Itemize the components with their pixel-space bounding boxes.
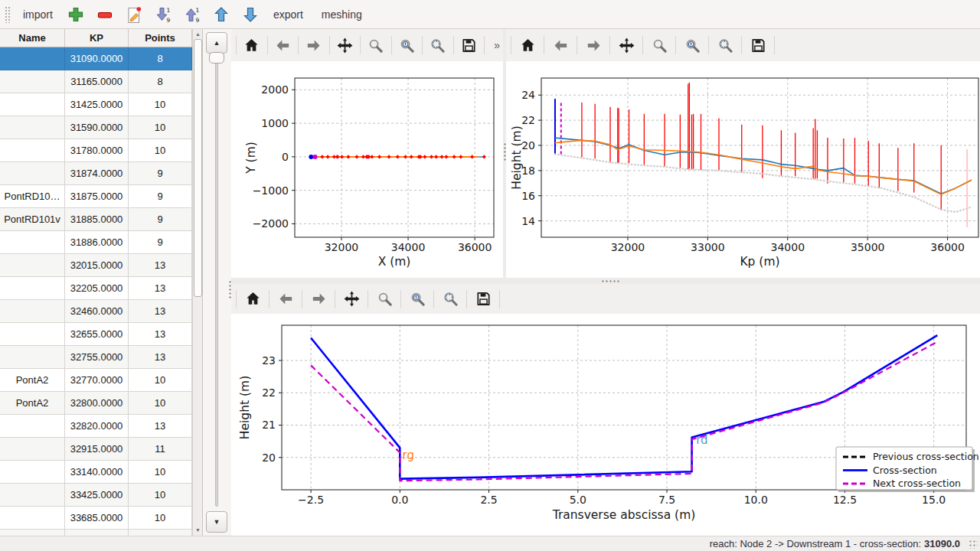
move-up-button[interactable]	[209, 3, 234, 26]
table-row[interactable]: 31874.00009	[0, 162, 192, 185]
cross-zoom-extents-button[interactable]	[439, 288, 462, 311]
import-button[interactable]: import	[15, 4, 60, 25]
profile-home-button[interactable]	[516, 34, 539, 57]
plan-view-figure[interactable]: 320003400036000200010000−1000−2000X (m)Y…	[231, 61, 503, 278]
table-row[interactable]: 32015.000013	[0, 254, 192, 277]
resize-grip-icon[interactable]	[969, 540, 978, 549]
legend: Previous cross-sectionCross-sectionNext …	[836, 447, 979, 492]
toolbar-separator	[741, 36, 742, 54]
cross-zoom-button[interactable]	[373, 288, 396, 311]
remove-button[interactable]	[93, 3, 117, 26]
plan-home-button[interactable]	[241, 34, 263, 57]
svg-text:Next cross-section: Next cross-section	[873, 478, 961, 489]
table-row[interactable]: 31090.00008	[0, 47, 192, 70]
plan-forward-button[interactable]	[303, 34, 325, 57]
cross-pan-button[interactable]	[340, 288, 363, 311]
column-header-points[interactable]: Points	[129, 29, 192, 47]
slider-up-button[interactable]: ▲	[206, 32, 227, 54]
cross-forward-button[interactable]	[307, 288, 330, 311]
table-row[interactable]: 32820.000013	[0, 415, 192, 438]
table-cell: PontA2	[0, 392, 65, 415]
table-row[interactable]: 31425.000010	[0, 93, 192, 116]
edit-icon	[125, 5, 143, 24]
toolbar-separator	[400, 290, 401, 308]
cross-save-button[interactable]	[472, 288, 495, 311]
plan-zoom-button[interactable]	[365, 34, 387, 57]
cross-home-button[interactable]	[241, 288, 264, 311]
profile-pan-button[interactable]	[615, 34, 638, 57]
table-cell: 10	[129, 139, 192, 162]
profile-back-button[interactable]	[549, 34, 572, 57]
slider-down-button[interactable]: ▼	[206, 511, 227, 533]
profile-zoom-button[interactable]	[648, 34, 671, 57]
toolbar-separator	[236, 36, 237, 54]
move-down-button[interactable]	[238, 3, 263, 26]
table-row[interactable]: 31886.00009	[0, 231, 192, 254]
application-window: import 1919 export meshing NameKPPoints …	[0, 0, 980, 551]
table-scrollbar[interactable]: ▲ ▼	[192, 29, 203, 536]
table-cell: 31590.0000	[65, 116, 129, 139]
cross-section-figure[interactable]: −2.50.02.55.07.510.012.515.020212223Tran…	[231, 314, 980, 536]
svg-text:9: 9	[166, 16, 170, 23]
edit-button[interactable]	[122, 3, 146, 26]
table-cell: 9	[129, 162, 192, 185]
table-row[interactable]: 33140.000010	[0, 461, 192, 484]
profile-figure[interactable]: 3200033000340003500036000141618202224Kp …	[506, 61, 980, 278]
table-cell: 33685.0000	[65, 507, 129, 530]
table-row[interactable]: 32460.000013	[0, 300, 192, 323]
table-cell: 10	[129, 369, 192, 392]
table-row[interactable]: PontRD101v31885.00009	[0, 208, 192, 231]
table-row[interactable]: PontA232770.000010	[0, 369, 192, 392]
toolbar-separator	[774, 36, 775, 54]
column-header-name[interactable]: Name	[0, 29, 65, 47]
table-row[interactable]: PontA232800.000010	[0, 392, 192, 415]
splitter-handle-icon	[601, 279, 621, 283]
profile-save-button[interactable]	[746, 34, 769, 57]
table-row[interactable]: 31165.00008	[0, 70, 192, 93]
table-row[interactable]: 31780.000010	[0, 139, 192, 162]
table-row[interactable]: 33685.000010	[0, 507, 192, 530]
table-cell	[0, 461, 65, 484]
meshing-button[interactable]: meshing	[314, 4, 370, 25]
table-header: NameKPPoints	[0, 29, 202, 47]
table-row[interactable]: 32755.000013	[0, 346, 192, 369]
table-row[interactable]: 32205.000013	[0, 277, 192, 300]
scrollbar-thumb[interactable]	[194, 39, 202, 297]
table-row[interactable]: 32655.000013	[0, 323, 192, 346]
plan-save-button[interactable]	[459, 34, 480, 57]
sort-descending-button[interactable]: 19	[151, 3, 175, 26]
table-row[interactable]: 33425.000010	[0, 484, 192, 507]
add-button[interactable]	[64, 3, 88, 26]
table-cell: 8	[129, 47, 192, 70]
svg-text:1000: 1000	[261, 117, 289, 129]
horizontal-splitter[interactable]	[231, 278, 980, 284]
sort-ascending-button[interactable]: 19	[180, 3, 204, 26]
svg-text:−2.5: −2.5	[298, 494, 324, 506]
plan-zoom-one-button[interactable]	[397, 34, 418, 57]
slider-handle[interactable]	[209, 52, 224, 64]
toolbar-separator	[368, 290, 368, 308]
table-row[interactable]: 31590.000010	[0, 116, 192, 139]
toolbar-grip[interactable]	[5, 6, 11, 23]
main-toolbar: import 1919 export meshing	[0, 0, 980, 29]
table-cell: 10	[129, 461, 192, 484]
scrollbar-down-icon[interactable]: ▼	[193, 525, 203, 534]
move-up-icon	[212, 5, 230, 24]
table-row[interactable]: 32915.000011	[0, 438, 192, 461]
cross-zoom-one-button[interactable]	[406, 288, 429, 311]
slider-track[interactable]	[215, 58, 218, 507]
profile-zoom-one-button[interactable]	[681, 34, 704, 57]
table-row[interactable]: PontRD10…31875.00009	[0, 185, 192, 208]
profile-zoom-extents-button[interactable]	[714, 34, 737, 57]
table-row[interactable]	[0, 530, 192, 536]
plan-zoom-extents-button[interactable]	[427, 34, 449, 57]
cross-back-button[interactable]	[274, 288, 297, 311]
plan-pan-button[interactable]	[335, 34, 356, 57]
column-header-kp[interactable]: KP	[65, 29, 129, 47]
export-button[interactable]: export	[266, 4, 311, 25]
toolbar-overflow-button[interactable]: »	[494, 39, 500, 51]
table-cell: 31090.0000	[65, 47, 129, 70]
scrollbar-up-icon[interactable]: ▲	[193, 29, 203, 38]
plan-back-button[interactable]	[272, 34, 293, 57]
profile-forward-button[interactable]	[582, 34, 605, 57]
